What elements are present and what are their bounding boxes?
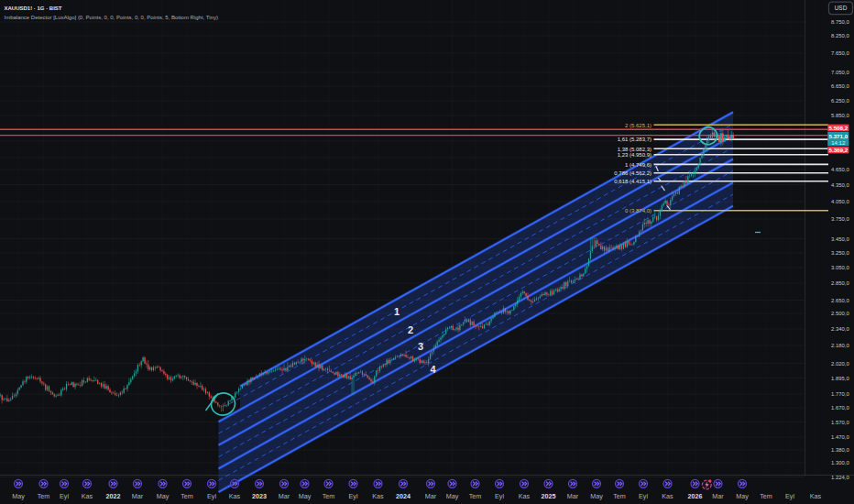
svg-text:2026: 2026 xyxy=(688,492,703,500)
svg-text:4: 4 xyxy=(430,364,436,375)
svg-text:Eyl: Eyl xyxy=(349,492,358,500)
svg-text:5.850,0: 5.850,0 xyxy=(831,113,849,118)
svg-text:1.224,0: 1.224,0 xyxy=(831,475,849,480)
svg-text:5.369,2: 5.369,2 xyxy=(828,147,848,153)
svg-text:1.300,0: 1.300,0 xyxy=(831,460,849,466)
svg-text:Kas: Kas xyxy=(372,492,384,500)
svg-text:Mar: Mar xyxy=(425,492,437,500)
svg-text:Tem: Tem xyxy=(760,492,772,500)
svg-text:2.500,0: 2.500,0 xyxy=(831,311,849,316)
svg-text:1.770,0: 1.770,0 xyxy=(831,391,849,397)
svg-text:Eyl: Eyl xyxy=(207,492,216,500)
svg-text:3.450,0: 3.450,0 xyxy=(831,236,849,242)
svg-text:1.670,0: 1.670,0 xyxy=(831,405,849,411)
svg-text:2022: 2022 xyxy=(106,492,121,500)
svg-text:Tem: Tem xyxy=(613,492,626,500)
svg-text:3.250,0: 3.250,0 xyxy=(831,250,849,256)
svg-text:3.750,0: 3.750,0 xyxy=(831,216,849,222)
svg-text:0,618 (4.415,1): 0,618 (4.415,1) xyxy=(614,179,651,184)
svg-text:1,61 (5.283,7): 1,61 (5.283,7) xyxy=(618,137,651,142)
svg-text:2024: 2024 xyxy=(396,492,411,500)
svg-text:4.050,0: 4.050,0 xyxy=(831,199,849,204)
svg-text:2025: 2025 xyxy=(542,492,556,500)
svg-text:Imbalance Detector [LuxAlgo] (: Imbalance Detector [LuxAlgo] (0, Points,… xyxy=(5,15,218,20)
svg-text:Tem: Tem xyxy=(38,492,50,500)
svg-text:1.380,0: 1.380,0 xyxy=(831,447,849,453)
svg-text:Mar: Mar xyxy=(712,492,724,500)
svg-text:1,38 (5.082,3): 1,38 (5.082,3) xyxy=(618,147,651,152)
svg-text:2.180,0: 2.180,0 xyxy=(831,343,849,348)
svg-text:Kas: Kas xyxy=(662,492,673,500)
svg-text:5.508,2: 5.508,2 xyxy=(828,125,848,131)
svg-text:14:12: 14:12 xyxy=(831,140,846,146)
svg-text:Tem: Tem xyxy=(181,492,193,500)
svg-text:0,786 (4.562,2): 0,786 (4.562,2) xyxy=(614,170,651,176)
svg-text:1.895,0: 1.895,0 xyxy=(831,376,849,381)
svg-text:8.750,0: 8.750,0 xyxy=(831,19,849,25)
svg-text:3.050,0: 3.050,0 xyxy=(831,265,849,270)
svg-text:Mar: Mar xyxy=(279,492,290,500)
svg-text:Kas: Kas xyxy=(810,492,822,500)
svg-text:1.470,0: 1.470,0 xyxy=(831,434,849,440)
svg-text:Kas: Kas xyxy=(519,492,531,500)
svg-text:1,23 (4.950,9): 1,23 (4.950,9) xyxy=(618,152,651,158)
svg-text:6.250,0: 6.250,0 xyxy=(831,98,849,104)
svg-text:3: 3 xyxy=(418,341,423,352)
svg-text:May: May xyxy=(12,492,25,500)
svg-text:Eyl: Eyl xyxy=(785,492,794,500)
svg-text:May: May xyxy=(157,492,170,500)
svg-text:USD: USD xyxy=(835,5,848,11)
svg-text:Eyl: Eyl xyxy=(495,492,504,500)
svg-text:May: May xyxy=(736,492,749,500)
svg-text:7.650,0: 7.650,0 xyxy=(831,50,849,56)
svg-text:5.371,0: 5.371,0 xyxy=(828,133,848,139)
svg-text:May: May xyxy=(590,492,603,500)
svg-text:6.650,0: 6.650,0 xyxy=(831,83,849,89)
svg-text:7.050,0: 7.050,0 xyxy=(831,70,849,75)
svg-text:Mar: Mar xyxy=(132,492,144,500)
svg-text:4.650,0: 4.650,0 xyxy=(831,167,849,172)
svg-text:Kas: Kas xyxy=(229,492,241,500)
svg-text:1 (4.749,6): 1 (4.749,6) xyxy=(625,162,651,168)
svg-text:Eyl: Eyl xyxy=(60,492,69,500)
svg-text:Mar: Mar xyxy=(567,492,579,500)
svg-text:May: May xyxy=(446,492,459,500)
svg-text:2.020,0: 2.020,0 xyxy=(831,361,849,367)
svg-text:8.250,0: 8.250,0 xyxy=(831,33,849,38)
svg-text:2023: 2023 xyxy=(252,492,267,500)
svg-text:2.850,0: 2.850,0 xyxy=(831,280,849,286)
svg-text:Tem: Tem xyxy=(469,492,482,500)
svg-text:2.340,0: 2.340,0 xyxy=(831,326,849,332)
svg-text:1: 1 xyxy=(394,306,400,317)
svg-text:2: 2 xyxy=(408,324,413,335)
svg-text:May: May xyxy=(299,492,312,500)
svg-text:2.650,0: 2.650,0 xyxy=(831,298,849,303)
svg-text:XAUUSD1! · 1G · BIST: XAUUSD1! · 1G · BIST xyxy=(5,5,62,11)
svg-text:Eyl: Eyl xyxy=(639,492,648,500)
svg-text:1.570,0: 1.570,0 xyxy=(831,420,849,425)
svg-text:Kas: Kas xyxy=(82,492,93,500)
svg-text:4.350,0: 4.350,0 xyxy=(831,182,849,188)
svg-text:Tem: Tem xyxy=(323,492,335,500)
svg-text:2 (5.625,1): 2 (5.625,1) xyxy=(625,123,651,128)
svg-text:0 (3.874,0): 0 (3.874,0) xyxy=(625,208,651,214)
